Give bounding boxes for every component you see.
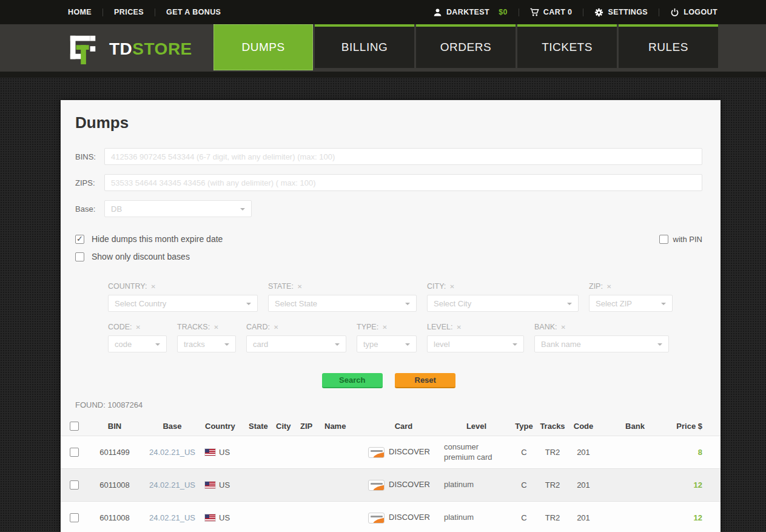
clear-city-icon[interactable] (449, 283, 454, 290)
clear-bank-icon[interactable] (561, 324, 566, 331)
cell-type: C (511, 469, 537, 502)
main-tabs: DUMPS BILLING ORDERS TICKETS RULES (213, 24, 718, 72)
search-button[interactable]: Search (322, 373, 383, 388)
brand[interactable]: TDSTORE (68, 27, 192, 72)
tab-dumps[interactable]: DUMPS (213, 24, 313, 70)
clear-state-icon[interactable] (297, 283, 302, 290)
select-all-checkbox[interactable] (70, 422, 79, 431)
card-select[interactable]: card (246, 335, 346, 352)
with-pin-label: with PIN (673, 235, 702, 244)
bank-select[interactable]: Bank name (534, 335, 669, 352)
header-shadow (0, 72, 766, 78)
cell-price: 12 (694, 513, 702, 522)
hide-expire-checkbox[interactable] (75, 235, 84, 244)
zips-row: ZIPS: (75, 174, 702, 191)
settings-button[interactable]: SETTINGS (594, 8, 648, 17)
country-select[interactable]: Select Country (108, 295, 258, 312)
clear-card-icon[interactable] (274, 324, 278, 331)
cell-level: consumer premium card (442, 436, 511, 469)
col-bin: BIN (87, 417, 142, 436)
clear-tracks-icon[interactable] (213, 324, 218, 331)
city-filter-label: CITY: (427, 282, 446, 291)
filter-city: CITY: Select City (427, 282, 579, 312)
filter-type: TYPE: type (357, 323, 417, 352)
filters-section: COUNTRY: Select Country STATE: Select St… (108, 282, 702, 352)
row-checkbox[interactable] (70, 480, 79, 490)
divider (102, 8, 103, 16)
city-select[interactable]: Select City (427, 295, 579, 312)
nav-home[interactable]: HOME (68, 8, 92, 16)
cell-price: 8 (698, 448, 702, 457)
page-title: Dumps (75, 113, 702, 132)
state-select-value: Select State (275, 299, 317, 308)
tab-tickets[interactable]: TICKETS (517, 24, 617, 68)
col-type: Type (511, 417, 537, 436)
cell-bin: 6011499 (87, 436, 142, 469)
discount-bases-checkbox[interactable] (75, 252, 84, 261)
row-checkbox[interactable] (70, 513, 79, 522)
cell-card: DISCOVER (389, 447, 430, 456)
base-label: Base: (75, 204, 104, 214)
cell-bin: 6011008 (87, 502, 142, 532)
top-bar: HOME PRICES GET A BONUS DARKTEST $0 CART… (0, 0, 766, 24)
country-select-value: Select Country (115, 299, 166, 308)
cell-code: 201 (568, 436, 599, 469)
base-link[interactable]: 24.02.21_US (149, 448, 195, 457)
bins-row: BINS: (75, 148, 702, 165)
clear-country-icon[interactable] (150, 283, 155, 290)
tab-billing[interactable]: BILLING (315, 24, 414, 68)
tab-orders[interactable]: ORDERS (416, 24, 516, 68)
cell-zip (298, 502, 322, 532)
discover-card-icon (368, 513, 385, 524)
us-flag-icon (205, 449, 215, 456)
reset-button[interactable]: Reset (395, 373, 455, 388)
base-row: Base: DB (75, 200, 702, 217)
cell-city (274, 436, 298, 469)
zip-select[interactable]: Select ZIP (589, 295, 673, 312)
cell-zip (298, 436, 322, 469)
col-name: Name (322, 417, 366, 436)
code-select[interactable]: code (108, 335, 167, 352)
logout-button[interactable]: LOGOUT (670, 8, 717, 17)
tab-rules[interactable]: RULES (619, 24, 718, 68)
logout-label: LOGOUT (684, 8, 717, 16)
clear-code-icon[interactable] (136, 324, 141, 331)
with-pin-checkbox[interactable] (659, 235, 668, 244)
cell-card: DISCOVER (389, 513, 430, 522)
clear-level-icon[interactable] (456, 324, 461, 331)
col-code: Code (568, 417, 599, 436)
cell-country: US (219, 513, 230, 522)
bins-input[interactable] (104, 148, 702, 165)
zip-select-value: Select ZIP (596, 299, 632, 308)
tracks-select[interactable]: tracks (177, 335, 236, 352)
zips-input[interactable] (104, 174, 702, 191)
brand-td: TD (109, 39, 132, 58)
clear-zip-icon[interactable] (606, 283, 611, 290)
nav-get-a-bonus[interactable]: GET A BONUS (166, 8, 221, 16)
level-select[interactable]: level (427, 335, 524, 352)
cell-city (274, 502, 298, 532)
base-link[interactable]: 24.02.21_US (149, 513, 195, 522)
filter-state: STATE: Select State (268, 282, 417, 312)
actions-row: Search Reset (75, 373, 702, 388)
account-menu[interactable]: DARKTEST $0 (433, 8, 508, 17)
tracks-filter-label: TRACKS: (177, 323, 210, 331)
nav-prices[interactable]: PRICES (114, 8, 144, 16)
nav-bonus-label: GET A BONUS (166, 8, 221, 16)
tracks-select-value: tracks (184, 340, 205, 349)
filter-zip: ZIP: Select ZIP (589, 282, 673, 312)
state-select[interactable]: Select State (268, 295, 417, 312)
discover-card-icon (368, 480, 385, 491)
cell-name (322, 436, 366, 469)
type-select[interactable]: type (357, 335, 417, 352)
cell-name (322, 469, 366, 502)
cell-state (246, 469, 274, 502)
clear-type-icon[interactable] (382, 324, 387, 331)
base-select[interactable]: DB (104, 200, 252, 217)
row-checkbox[interactable] (70, 448, 79, 457)
base-link[interactable]: 24.02.21_US (149, 480, 195, 490)
table-row: 6011499 24.02.21_US US DISCOVER consumer… (61, 436, 721, 469)
cell-name (322, 502, 366, 532)
cart-button[interactable]: CART 0 (530, 8, 573, 17)
tdstore-logo-icon (68, 33, 99, 66)
